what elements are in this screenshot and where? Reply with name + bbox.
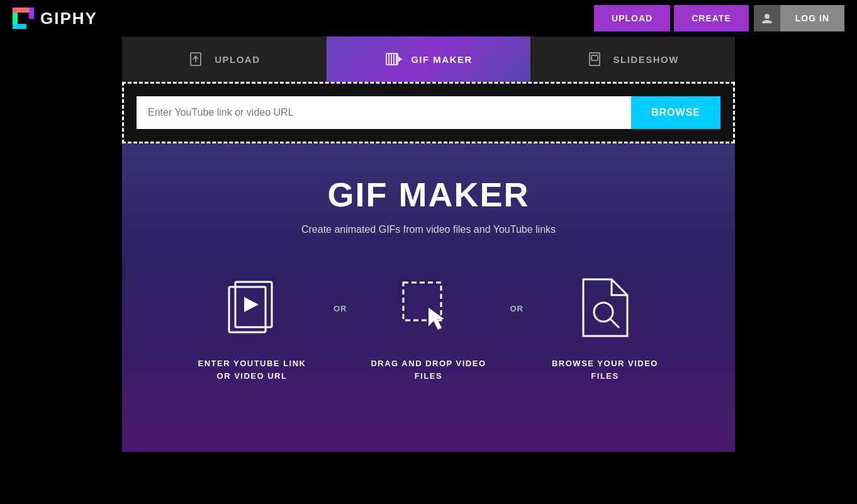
tab-upload[interactable]: UPLOAD bbox=[122, 36, 327, 82]
drag-drop-label: DRAG AND DROP VIDEO FILES bbox=[366, 357, 491, 382]
or-text-1: OR bbox=[333, 304, 347, 313]
user-icon-button[interactable] bbox=[754, 5, 780, 31]
dropzone: BROWSE bbox=[122, 82, 735, 143]
svg-rect-3 bbox=[13, 24, 26, 29]
youtube-link-label: ENTER YOUTUBE LINK OR VIDEO URL bbox=[189, 357, 315, 382]
tab-gif-maker-label: GIF MAKER bbox=[411, 54, 473, 65]
tab-slideshow-label: SLIDESHOW bbox=[613, 54, 679, 65]
icon-block-youtube: ENTER YOUTUBE LINK OR VIDEO URL bbox=[189, 273, 315, 382]
svg-marker-12 bbox=[398, 57, 401, 62]
drag-drop-icon bbox=[394, 273, 463, 342]
tab-slideshow[interactable]: SLIDESHOW bbox=[530, 36, 735, 82]
icon-block-drag-drop: DRAG AND DROP VIDEO FILES bbox=[366, 273, 491, 382]
tabs-container: UPLOAD GIF MAKER SLIDESHOW bbox=[122, 36, 735, 82]
svg-line-21 bbox=[610, 319, 619, 327]
svg-rect-2 bbox=[29, 8, 34, 19]
tab-upload-label: UPLOAD bbox=[215, 54, 260, 65]
user-icon bbox=[761, 12, 773, 25]
or-text-2: OR bbox=[510, 304, 524, 313]
youtube-link-icon bbox=[218, 273, 287, 342]
svg-marker-17 bbox=[244, 297, 259, 312]
login-button[interactable]: LOG IN bbox=[780, 5, 844, 31]
upload-button[interactable]: UPLOAD bbox=[594, 5, 670, 31]
giphy-logo-icon bbox=[13, 8, 34, 29]
svg-rect-14 bbox=[591, 55, 598, 60]
icon-block-browse: BROWSE YOUR VIDEO FILES bbox=[542, 273, 668, 382]
logo-area: GIPHY bbox=[13, 8, 98, 29]
upload-tab-icon bbox=[188, 50, 206, 68]
main-content: GIF MAKER Create animated GIFs from vide… bbox=[122, 143, 735, 452]
tab-gif-maker[interactable]: GIF MAKER bbox=[327, 36, 531, 82]
logo-text: GIPHY bbox=[40, 9, 98, 28]
gif-maker-subtitle: Create animated GIFs from video files an… bbox=[301, 224, 556, 235]
header: GIPHY UPLOAD CREATE LOG IN bbox=[0, 0, 857, 36]
svg-point-4 bbox=[765, 14, 770, 19]
login-area: LOG IN bbox=[754, 5, 844, 31]
create-button[interactable]: CREATE bbox=[674, 5, 749, 31]
icons-row: ENTER YOUTUBE LINK OR VIDEO URL OR DRAG … bbox=[189, 273, 668, 382]
gif-maker-tab-icon bbox=[384, 50, 402, 68]
browse-files-label: BROWSE YOUR VIDEO FILES bbox=[542, 357, 668, 382]
gif-maker-title: GIF MAKER bbox=[328, 175, 530, 214]
browse-button[interactable]: BROWSE bbox=[631, 96, 720, 129]
browse-files-icon bbox=[571, 273, 640, 342]
header-right: UPLOAD CREATE LOG IN bbox=[594, 5, 844, 31]
slideshow-tab-icon bbox=[587, 50, 605, 68]
url-input[interactable] bbox=[137, 96, 631, 129]
